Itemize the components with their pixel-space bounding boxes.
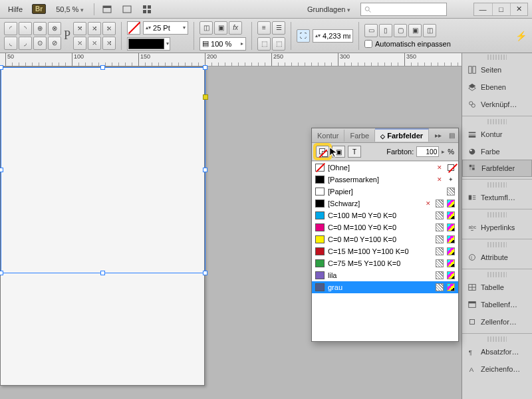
- close-button[interactable]: ✕: [510, 3, 527, 15]
- width-field[interactable]: ▴▾: [313, 29, 353, 43]
- panel-layers[interactable]: Ebenen: [462, 78, 532, 96]
- autofit-checkbox[interactable]: Automatisch einpassen: [364, 40, 451, 48]
- maximize-button[interactable]: □: [492, 3, 509, 15]
- swatch-list[interactable]: [Ohne]✕[Passermarken]✕✦[Papier][Schwarz]…: [312, 161, 458, 293]
- quick-apply-icon[interactable]: ⚡: [513, 29, 528, 43]
- handle-nw[interactable]: [0, 65, 3, 70]
- collapse-icon[interactable]: ▸▸: [432, 132, 445, 139]
- tint-slider-icon[interactable]: ▸: [442, 148, 445, 155]
- panel-hyperlinks[interactable]: abcHyperlinks: [462, 219, 532, 236]
- handle-n[interactable]: [100, 65, 105, 70]
- t4-icon[interactable]: ⤫: [73, 37, 86, 50]
- handle-ne[interactable]: [203, 65, 207, 70]
- panel-textwrap[interactable]: Textumfl…: [462, 189, 532, 206]
- stroke-none-icon[interactable]: [127, 21, 140, 35]
- panel-charformat[interactable]: AZeichenfo…: [462, 360, 532, 378]
- dock-grip[interactable]: [487, 212, 507, 217]
- opacity-field[interactable]: ▤▸: [200, 37, 246, 51]
- fit-icon-2[interactable]: ▯: [379, 24, 392, 37]
- swatch-row[interactable]: C=0 M=100 Y=0 K=0: [312, 221, 458, 233]
- tint-input[interactable]: [416, 146, 439, 157]
- menu-help[interactable]: Hilfe: [4, 4, 27, 15]
- fx-icon[interactable]: fx: [229, 21, 242, 35]
- corner-tr-icon[interactable]: ◝: [19, 22, 32, 35]
- panel-cellformat[interactable]: Zellenfor…: [462, 313, 532, 331]
- view-mode-icon[interactable]: [100, 2, 114, 17]
- handle-s[interactable]: [100, 271, 105, 275]
- screen-mode-icon[interactable]: [120, 2, 134, 17]
- panel-stroke[interactable]: Kontur: [462, 126, 532, 143]
- effect-icon-1[interactable]: ◫: [200, 21, 213, 35]
- fit-icon-3[interactable]: ▢: [394, 24, 407, 37]
- corner-tl-icon[interactable]: ◜: [4, 22, 17, 35]
- handle-se[interactable]: [203, 271, 207, 275]
- effect-icon-2[interactable]: ▣: [214, 21, 227, 35]
- text-format-icon[interactable]: T: [348, 146, 361, 158]
- t1-icon[interactable]: ⤧: [73, 22, 86, 35]
- bridge-badge[interactable]: Br: [32, 4, 46, 14]
- panel-links[interactable]: Verknüpf…: [462, 96, 532, 113]
- t3-icon[interactable]: ⤪: [102, 22, 116, 35]
- corner-mid-icon[interactable]: ⊕: [33, 22, 47, 35]
- tab-farbfelder[interactable]: ◇ Farbfelder: [375, 128, 429, 142]
- dock-grip[interactable]: [487, 55, 507, 60]
- anchor-b1-icon[interactable]: ◟: [4, 37, 17, 50]
- live-corner-marker[interactable]: [203, 94, 208, 100]
- dock-grip[interactable]: [487, 272, 507, 277]
- align-icon-1[interactable]: ≡: [257, 21, 271, 35]
- crop-icon[interactable]: ⛶: [297, 29, 310, 43]
- t2-icon[interactable]: ⤨: [88, 22, 101, 35]
- align-icon-2[interactable]: ☰: [272, 21, 285, 35]
- anchor-b2-icon[interactable]: ◞: [19, 37, 32, 50]
- wrap-icon-1[interactable]: ⬚: [257, 37, 271, 51]
- swatch-row[interactable]: [Passermarken]✕✦: [312, 174, 458, 186]
- fit-icon-4[interactable]: ▣: [408, 24, 422, 37]
- anchor-b3-icon[interactable]: ⊙: [33, 37, 47, 50]
- panel-menu-icon[interactable]: ▤: [445, 132, 458, 139]
- fit-icon-5[interactable]: ◫: [423, 24, 436, 37]
- handle-sw[interactable]: [0, 271, 3, 275]
- dock-grip[interactable]: [487, 182, 507, 188]
- panel-table[interactable]: Tabelle: [462, 279, 532, 296]
- workspace-dropdown[interactable]: Grundlagen: [303, 3, 355, 15]
- panel-tableformat[interactable]: Tabellenf…: [462, 296, 532, 313]
- tab-farbe[interactable]: Farbe: [344, 130, 375, 142]
- search-field[interactable]: [360, 3, 447, 16]
- swatch-row[interactable]: [Papier]: [312, 186, 458, 198]
- anchor-b4-icon[interactable]: ⊘: [48, 37, 61, 50]
- fill-swatch-dropdown[interactable]: ▾: [127, 37, 170, 51]
- minimize-button[interactable]: —: [474, 3, 491, 15]
- swatch-row[interactable]: C=15 M=100 Y=100 K=0: [312, 245, 458, 257]
- handle-w[interactable]: [0, 168, 3, 172]
- dock-grip[interactable]: [487, 242, 507, 247]
- arrange-icon[interactable]: [140, 2, 154, 17]
- panel-pages[interactable]: Seiten: [462, 61, 532, 78]
- panel-attributes[interactable]: iAttribute: [462, 249, 532, 266]
- selection-frame[interactable]: [1, 67, 205, 273]
- zoom-dropdown[interactable]: 50,5 %: [51, 3, 88, 15]
- dock-grip[interactable]: [487, 336, 507, 342]
- fill-stroke-toggle[interactable]: [316, 146, 329, 158]
- object-format-icon[interactable]: ▣: [332, 146, 345, 158]
- swatch-row[interactable]: C=75 M=5 Y=100 K=0: [312, 257, 458, 269]
- paragraph-icon[interactable]: P: [64, 29, 70, 43]
- swatch-row[interactable]: [Schwarz]✕: [312, 198, 458, 209]
- panel-paraformat[interactable]: ¶Absatzfor…: [462, 343, 532, 360]
- handle-e[interactable]: [203, 168, 207, 172]
- stroke-weight-field[interactable]: ▴▾▾: [143, 21, 188, 35]
- tab-kontur[interactable]: Kontur: [312, 130, 344, 142]
- swatches-panel[interactable]: Kontur Farbe ◇ Farbfelder ▸▸ ▤ ▣ T Farbt…: [311, 128, 459, 342]
- panel-swatches[interactable]: Farbfelder: [462, 160, 532, 177]
- t6-icon[interactable]: ⤭: [102, 37, 116, 50]
- corner-r-icon[interactable]: ⊗: [48, 22, 61, 35]
- t5-icon[interactable]: ⤬: [88, 37, 101, 50]
- document-page[interactable]: [0, 66, 205, 386]
- swatch-row[interactable]: [Ohne]✕: [312, 162, 458, 174]
- fit-icon-1[interactable]: ▭: [364, 24, 378, 37]
- swatch-row[interactable]: grau: [312, 281, 458, 293]
- dock-grip[interactable]: [487, 119, 507, 124]
- swatch-row[interactable]: C=0 M=0 Y=100 K=0: [312, 233, 458, 245]
- wrap-icon-2[interactable]: ⬚: [272, 37, 285, 51]
- swatch-row[interactable]: lila: [312, 269, 458, 281]
- panel-color[interactable]: Farbe: [462, 143, 532, 160]
